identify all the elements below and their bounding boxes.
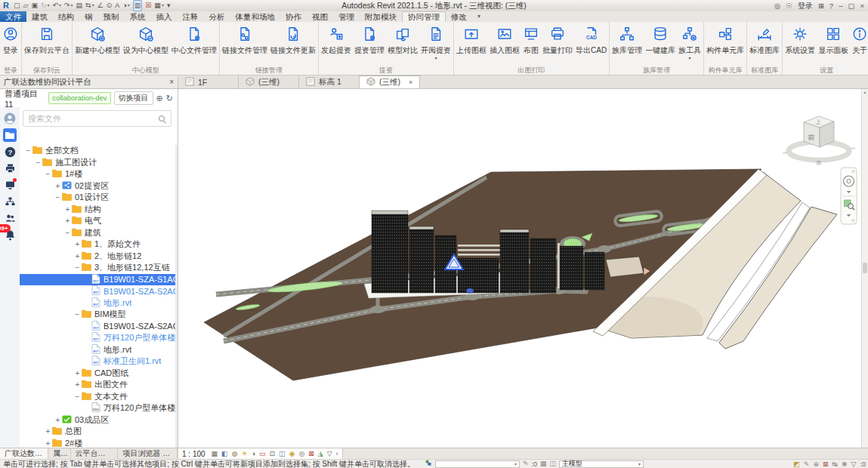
tree-folder-row[interactable]: +2#楼 [20,438,178,448]
tree-file-row[interactable]: DWG万科120户型单体楼栋.dwg [20,402,178,414]
thin-lines-icon[interactable]: ▥ [133,0,143,11]
ribbon-tab-协同管理[interactable]: 协同管理 [402,11,446,22]
tree-toggle-icon[interactable]: − [73,310,82,319]
tree-toggle-icon[interactable]: − [73,393,82,401]
active-workset-select[interactable]: ▾ [435,460,520,468]
viewcube-south-label[interactable]: 南 [817,160,822,165]
org-chart-icon[interactable] [3,195,17,208]
tree-toggle-icon[interactable]: − [34,159,42,167]
collapse-view-bar-icon[interactable]: ‹ [336,449,338,459]
temporary-view-properties-icon[interactable]: ◎ [298,449,304,459]
tree-file-row[interactable]: RVT标准卫生间1.rvt [20,356,178,368]
tree-toggle-icon[interactable]: + [63,217,72,225]
close-hidden-windows-icon[interactable]: ☒ [145,1,151,11]
site-marker[interactable] [466,288,474,293]
发起提资-button[interactable]: 发起提资 [320,23,353,57]
tree-folder-row[interactable]: −3、地形链12,12互链 [20,262,178,274]
open-icon[interactable]: ▱ [23,1,28,11]
保存到云平台-button[interactable]: 保存到云平台 [23,23,71,57]
tree-toggle-icon[interactable]: + [73,380,82,389]
view-tab-close-icon[interactable]: × [409,79,412,86]
tree-toggle-icon[interactable]: − [44,170,52,178]
链接文件管理-button[interactable]: 链接文件管理 [221,23,269,57]
app-store-icon[interactable]: ⊞ [818,2,824,10]
search-input[interactable] [28,114,158,123]
提资管理-button[interactable]: 提资管理 [353,23,386,57]
transfer-icon[interactable]: ⇆▾ [85,1,94,11]
background-process-icon[interactable]: ✱ [842,460,848,468]
tree-folder-row[interactable]: +02提资区 [20,180,178,192]
ribbon-tab-注释[interactable]: 注释 [178,11,204,22]
tree-file-row[interactable]: RVT地形.rvt [20,344,178,356]
switch-view-icon[interactable]: ▦▾ [154,1,164,11]
ribbon-tab-建筑[interactable]: 建筑 [26,11,53,22]
系统设置-button[interactable]: 系统设置 [783,23,817,57]
批量打印-button[interactable]: 批量打印 [541,23,574,57]
tree-folder-row[interactable]: +总图 [20,426,178,438]
关于-button[interactable]: 关于 [850,23,868,57]
布图-button[interactable]: 布图 [521,23,541,57]
crop-view-icon[interactable]: ▭ [259,449,266,459]
tree-toggle-icon[interactable]: + [44,439,52,448]
tree-folder-row[interactable]: −BIM模型 [20,309,178,321]
switch-project-button[interactable]: 切换项目 [114,91,153,105]
view-tab-标高 1[interactable]: 标高 1 [299,75,360,88]
族工具-button[interactable]: 族工具▾ [677,23,703,61]
viewcube-top-label[interactable]: 上 [816,119,821,125]
temporary-hide-isolate-icon[interactable]: ◫ [279,449,286,459]
scrollbar-thumb[interactable] [863,263,867,273]
minimize-icon[interactable]: – [839,2,842,10]
tree-folder-row[interactable]: −建筑 [20,227,178,239]
ribbon-tab-预制[interactable]: 预制 [98,11,125,22]
login-label[interactable]: 登录 [798,1,813,11]
undo-icon[interactable]: ↶▾ [52,1,61,11]
filter-icon[interactable]: ▽ [851,460,857,468]
sync-with-central-icon-caret[interactable]: ▾ [47,1,49,11]
tree-folder-row[interactable]: −1#楼 [20,168,178,180]
tree-folder-row[interactable]: +结构 [20,204,178,216]
tree-file-row[interactable]: RVTB19W01-SZA-S2AG-AR-N [20,321,178,333]
ribbon-expand-icon[interactable]: ▾ [472,11,486,22]
revit-logo[interactable]: R [3,1,9,11]
view-tab-(三维)[interactable]: (三维)× [360,75,420,88]
tree-toggle-icon[interactable]: + [73,240,82,248]
exclude-options-icon[interactable]: ⊕ [813,460,819,468]
navigation-bar[interactable] [841,168,857,224]
viewcube[interactable]: 上 前 南 [783,116,855,165]
reveal-hidden-icon[interactable]: ◉ [289,449,295,459]
switch-view-icon-caret[interactable]: ▾ [162,1,164,11]
模型对比-button[interactable]: 模型对比 [386,23,419,57]
redo-icon-caret[interactable]: ▾ [71,1,73,11]
设为中心模型-button[interactable]: 设为中心模型 [122,23,170,57]
tree-toggle-icon[interactable]: − [63,229,72,237]
ribbon-tab-修改[interactable]: 修改 [446,11,472,22]
editable-only-icon[interactable]: ✎ [804,460,810,468]
tree-toggle-icon[interactable]: + [54,182,62,190]
tree-toggle-icon[interactable]: − [54,193,62,202]
visual-style-icon[interactable]: ◍ [232,449,238,459]
一键建库-button[interactable]: 一键建库 [644,23,677,57]
save-icon[interactable]: ▣ [31,1,38,11]
ribbon-tab-插入[interactable]: 插入 [151,11,178,22]
displacement-icon[interactable]: ◮ [318,449,323,459]
switch-windows-icon[interactable]: ▢ [14,1,20,11]
ribbon-tab-钢[interactable]: 钢 [79,11,98,22]
close-icon[interactable]: × [860,2,864,10]
print-icon[interactable]: ▤ [76,1,83,11]
tree-toggle-icon[interactable]: + [63,205,72,214]
tree-toggle-icon[interactable]: + [73,369,82,377]
docked-tab-属性[interactable]: 属性 [48,448,71,459]
ribbon-tab-视图[interactable]: 视图 [307,11,333,22]
user-avatar-icon[interactable] [3,112,17,125]
search-icon[interactable] [158,115,166,123]
panel-close-icon[interactable]: × [169,78,174,86]
链接文件更新-button[interactable]: 链接文件更新 [269,23,317,57]
help-icon[interactable]: ? [829,2,833,10]
design-option-icon-0[interactable]: ▦ [540,460,547,468]
tree-folder-row[interactable]: +2、地形链12 [20,251,178,263]
tree-folder-row[interactable]: +03成品区 [20,414,178,426]
tree-folder-row[interactable]: −文本文件 [20,391,178,403]
sun-path-icon[interactable]: ☀ [241,449,247,459]
transfer-icon-caret[interactable]: ▾ [92,1,94,11]
tree-file-row[interactable]: RVTB19W01-SZA-S2AG-AR-N [20,285,178,297]
